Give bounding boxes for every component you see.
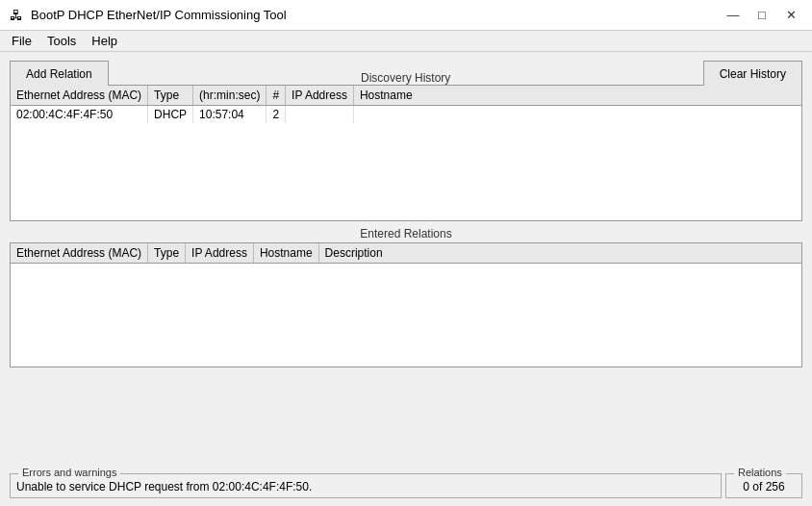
restore-button[interactable]: □ xyxy=(749,5,775,26)
discovery-table-area[interactable]: Ethernet Address (MAC) Type (hr:min:sec)… xyxy=(11,86,801,220)
titlebar: 🖧 BootP DHCP EtherNet/IP Commissioning T… xyxy=(0,0,812,31)
table-row[interactable]: 02:00:4C:4F:4F:50DHCP10:57:042 xyxy=(11,106,801,124)
errors-group: Errors and warnings Unable to service DH… xyxy=(10,473,722,498)
entered-relations-section: Entered Relations Ethernet Address (MAC)… xyxy=(10,227,802,367)
discovery-col-type: Type xyxy=(148,86,193,106)
menu-help[interactable]: Help xyxy=(84,32,125,50)
discovery-col-count: # xyxy=(266,86,286,106)
discovery-cell-hostname xyxy=(353,106,801,124)
discovery-cell-type: DHCP xyxy=(148,106,193,124)
discovery-cell-time: 10:57:04 xyxy=(193,106,266,124)
menubar: File Tools Help xyxy=(0,31,812,52)
entered-relations-label: Entered Relations xyxy=(10,227,802,240)
errors-text: Unable to service DHCP request from 02:0… xyxy=(16,480,715,493)
rel-col-mac: Ethernet Address (MAC) xyxy=(11,243,148,264)
tab-row: Add Relation Discovery History Clear His… xyxy=(10,60,802,85)
relations-group: Relations 0 of 256 xyxy=(725,473,802,498)
rel-col-ip: IP Address xyxy=(186,243,254,264)
discovery-table: Ethernet Address (MAC) Type (hr:min:sec)… xyxy=(11,86,801,123)
menu-file[interactable]: File xyxy=(4,32,39,50)
discovery-col-mac: Ethernet Address (MAC) xyxy=(11,86,148,106)
discovery-cell-mac: 02:00:4C:4F:4F:50 xyxy=(11,106,148,124)
discovery-col-hostname: Hostname xyxy=(353,86,801,106)
statusbar: Errors and warnings Unable to service DH… xyxy=(10,473,802,498)
relations-table: Ethernet Address (MAC) Type IP Address H… xyxy=(11,243,801,264)
discovery-section: Add Relation Discovery History Clear His… xyxy=(10,60,802,221)
add-relation-button[interactable]: Add Relation xyxy=(10,61,109,86)
relations-value: 0 of 256 xyxy=(732,480,796,493)
app-icon: 🖧 xyxy=(8,7,25,24)
discovery-table-container: Ethernet Address (MAC) Type (hr:min:sec)… xyxy=(10,85,802,221)
clear-history-button[interactable]: Clear History xyxy=(703,61,802,86)
rel-col-type: Type xyxy=(148,243,186,264)
rel-col-description: Description xyxy=(318,243,801,264)
errors-label: Errors and warnings xyxy=(18,467,120,478)
app-title: BootP DHCP EtherNet/IP Commissioning Too… xyxy=(31,8,720,22)
close-button[interactable]: ✕ xyxy=(777,5,804,26)
discovery-cell-count: 2 xyxy=(266,106,286,124)
relations-label: Relations xyxy=(734,467,786,478)
discovery-cell-ip xyxy=(286,106,354,124)
discovery-col-time: (hr:min:sec) xyxy=(193,86,266,106)
discovery-history-label: Discovery History xyxy=(109,71,703,85)
main-content: Add Relation Discovery History Clear His… xyxy=(0,52,812,506)
relations-table-area[interactable]: Ethernet Address (MAC) Type IP Address H… xyxy=(10,242,802,367)
menu-tools[interactable]: Tools xyxy=(39,32,84,50)
discovery-col-ip: IP Address xyxy=(286,86,354,106)
window-controls: — □ ✕ xyxy=(720,5,804,26)
rel-col-hostname: Hostname xyxy=(253,243,318,264)
minimize-button[interactable]: — xyxy=(720,5,747,26)
